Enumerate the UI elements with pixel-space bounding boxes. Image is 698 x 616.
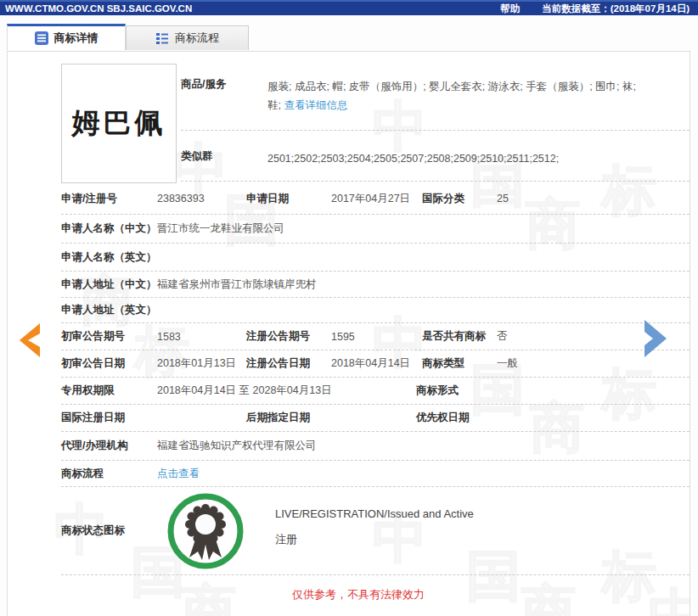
table-row-address-cn: 申请人地址（中文） 福建省泉州市晋江市陈埭镇岸兜村 bbox=[61, 272, 690, 298]
table-row-applicant-en: 申请人名称（英文） bbox=[61, 244, 690, 272]
table-row-gazette-date: 初审公告日期 2018年01月13日 注册公告日期 2018年04月14日 商标… bbox=[61, 350, 690, 378]
address-en-label: 申请人地址（英文） bbox=[61, 303, 157, 317]
reg-gazette-date-value: 2018年04月14日 bbox=[331, 356, 422, 371]
similar-group-value: 2501;2502;2503;2504;2505;2507;2508;2509;… bbox=[267, 149, 690, 181]
trademark-detail-panel: 中国商标中国商标中国商标中国商标中国商标中 姆巴佩 商品/服务 服装; 成品衣;… bbox=[7, 51, 690, 616]
first-gazette-no-value: 1583 bbox=[157, 331, 246, 343]
reg-no-label: 申请/注册号 bbox=[61, 192, 157, 206]
site-url: WWW.CTMO.GOV.CN SBJ.SAIC.GOV.CN bbox=[5, 3, 192, 14]
next-arrow-button[interactable] bbox=[641, 318, 670, 362]
flow-view-link[interactable]: 点击查看 bbox=[157, 467, 690, 481]
status-badge-icon bbox=[167, 493, 244, 569]
agency-label: 代理/办理机构 bbox=[61, 439, 157, 453]
tab-trademark-details[interactable]: 商标详情 bbox=[7, 24, 126, 50]
process-list-icon bbox=[155, 31, 169, 45]
first-gazette-date-value: 2018年01月13日 bbox=[157, 356, 246, 371]
similar-group-row: 类似群 2501;2502;2503;2504;2505;2507;2508;2… bbox=[181, 131, 690, 182]
apply-date-value: 2017年04月27日 bbox=[331, 192, 422, 206]
table-row-flow: 商标流程 点击查看 bbox=[61, 461, 690, 487]
apply-date-label: 申请日期 bbox=[246, 192, 331, 206]
address-cn-value: 福建省泉州市晋江市陈埭镇岸兜村 bbox=[157, 277, 690, 292]
table-row-reg: 申请/注册号 23836393 申请日期 2017年04月27日 国际分类 25 bbox=[61, 183, 690, 215]
status-line-english: LIVE/REGISTRATION/Issued and Active bbox=[275, 507, 474, 520]
applicant-en-label: 申请人名称（英文） bbox=[61, 250, 157, 265]
table-row-agency: 代理/办理机构 福建省迅驰知识产权代理有限公司 bbox=[61, 432, 690, 461]
intl-class-value: 25 bbox=[497, 193, 690, 204]
disclaimer-text: 仅供参考，不具有法律效力 bbox=[61, 575, 690, 602]
exclusive-period-value: 2018年04月14日 至 2028年04月13日 bbox=[157, 384, 416, 398]
flow-label: 商标流程 bbox=[61, 467, 157, 481]
goods-services-value: 服装; 成品衣; 帽; 皮带（服饰用）; 婴儿全套衣; 游泳衣; 手套（服装）;… bbox=[267, 77, 690, 130]
shared-mark-label: 是否共有商标 bbox=[422, 329, 497, 344]
applicant-cn-value: 晋江市统一龙鞋业有限公司 bbox=[157, 221, 690, 236]
tab-bar: 商标详情 商标流程 bbox=[7, 24, 698, 50]
watermark-glyph: 标 bbox=[135, 612, 189, 616]
tab-details-label: 商标详情 bbox=[54, 31, 99, 46]
address-cn-label: 申请人地址（中文） bbox=[61, 277, 157, 292]
status-text: LIVE/REGISTRATION/Issued and Active 注册 bbox=[275, 502, 474, 559]
status-line-chinese: 注册 bbox=[275, 532, 474, 547]
table-row-address-en: 申请人地址（英文） bbox=[61, 298, 690, 323]
table-row-gazette-no: 初审公告期号 1583 注册公告期号 1595 是否共有商标 否 bbox=[61, 323, 690, 350]
help-link[interactable]: 帮助 bbox=[500, 3, 520, 15]
exclusive-period-label: 专用权期限 bbox=[61, 384, 157, 398]
tab-process-label: 商标流程 bbox=[175, 31, 219, 46]
first-gazette-no-label: 初审公告期号 bbox=[61, 329, 157, 344]
first-gazette-date-label: 初审公告日期 bbox=[61, 356, 157, 371]
priority-date-label: 优先权日期 bbox=[416, 411, 690, 425]
table-row-applicant-cn: 申请人名称（中文） 晋江市统一龙鞋业有限公司 bbox=[61, 215, 690, 244]
trademark-text: 姆巴佩 bbox=[72, 104, 166, 143]
intl-reg-date-label: 国际注册日期 bbox=[61, 411, 246, 425]
applicant-cn-label: 申请人名称（中文） bbox=[61, 221, 157, 236]
mark-type-label: 商标类型 bbox=[422, 356, 497, 371]
table-row-status: 商标状态图标 LIVE/REGISTRATION/Issued and Acti… bbox=[61, 487, 690, 575]
data-as-of: 当前数据截至：(2018年07月14日) bbox=[542, 3, 690, 15]
reg-gazette-no-value: 1595 bbox=[331, 331, 422, 343]
table-row-exclusive-period: 专用权期限 2018年04月14日 至 2028年04月13日 商标形式 bbox=[61, 378, 690, 405]
tab-trademark-process[interactable]: 商标流程 bbox=[126, 25, 249, 50]
goods-services-row: 商品/服务 服装; 成品衣; 帽; 皮带（服饰用）; 婴儿全套衣; 游泳衣; 手… bbox=[181, 64, 690, 131]
late-designation-date-label: 后期指定日期 bbox=[246, 411, 416, 425]
goods-services-label: 商品/服务 bbox=[181, 77, 267, 130]
table-row-intl-dates: 国际注册日期 后期指定日期 优先权日期 bbox=[61, 405, 690, 432]
previous-arrow-button[interactable] bbox=[15, 322, 41, 361]
top-section: 姆巴佩 商品/服务 服装; 成品衣; 帽; 皮带（服饰用）; 婴儿全套衣; 游泳… bbox=[61, 64, 690, 183]
mark-form-label: 商标形式 bbox=[416, 384, 491, 398]
reg-gazette-no-label: 注册公告期号 bbox=[246, 329, 331, 344]
trademark-image: 姆巴佩 bbox=[61, 64, 177, 183]
details-list-icon bbox=[35, 31, 48, 45]
top-header-bar: WWW.CTMO.GOV.CN SBJ.SAIC.GOV.CN 帮助 当前数据截… bbox=[0, 0, 698, 15]
reg-no-value: 23836393 bbox=[157, 193, 246, 204]
similar-group-label: 类似群 bbox=[181, 149, 267, 181]
status-icon-label: 商标状态图标 bbox=[61, 524, 167, 538]
reg-gazette-date-label: 注册公告日期 bbox=[246, 356, 331, 371]
intl-class-label: 国际分类 bbox=[422, 192, 497, 206]
view-details-link[interactable]: 查看详细信息 bbox=[284, 99, 347, 111]
agency-value: 福建省迅驰知识产权代理有限公司 bbox=[157, 439, 690, 453]
